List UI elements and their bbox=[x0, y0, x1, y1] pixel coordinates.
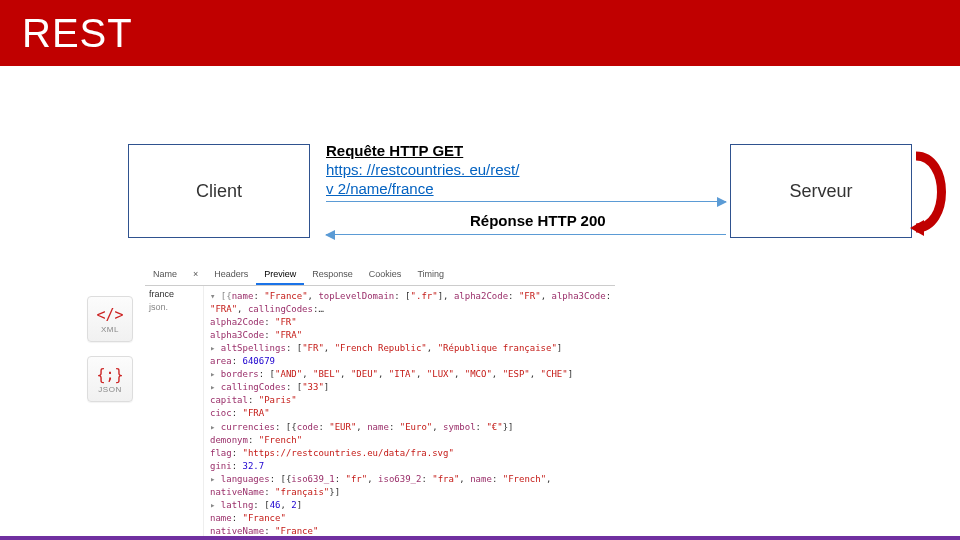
json-file-icon: {;} JSON bbox=[87, 356, 133, 402]
title-bar: REST bbox=[0, 0, 960, 66]
server-box: Serveur bbox=[730, 144, 912, 238]
devtools-tab[interactable]: Timing bbox=[409, 266, 452, 285]
footer-accent bbox=[0, 536, 960, 540]
json-line: capital: "Paris" bbox=[210, 394, 613, 407]
json-line: cioc: "FRA" bbox=[210, 407, 613, 420]
client-box: Client bbox=[128, 144, 310, 238]
devtools-list-item[interactable]: json. bbox=[149, 301, 199, 314]
devtools-tab[interactable]: × bbox=[185, 266, 206, 285]
response-label: Réponse HTTP 200 bbox=[470, 212, 606, 229]
response-arrow bbox=[326, 234, 726, 235]
svg-marker-0 bbox=[910, 220, 924, 236]
client-label: Client bbox=[196, 181, 242, 202]
request-label: Requête HTTP GET bbox=[326, 142, 576, 161]
slide-title: REST bbox=[22, 11, 133, 56]
server-label: Serveur bbox=[789, 181, 852, 202]
json-line: name: "France" bbox=[210, 512, 613, 525]
request-text: Requête HTTP GET https: //restcountries.… bbox=[326, 142, 576, 198]
json-line: ▸ currencies: [{code: "EUR", name: "Euro… bbox=[210, 421, 613, 434]
json-line: flag: "https://restcountries.eu/data/fra… bbox=[210, 447, 613, 460]
request-url-line2[interactable]: v 2/name/france bbox=[326, 180, 576, 199]
json-line: alpha2Code: "FR" bbox=[210, 316, 613, 329]
devtools-tab[interactable]: Name bbox=[145, 266, 185, 285]
server-loop-arrow bbox=[910, 150, 954, 236]
devtools-panel: Name×HeadersPreviewResponseCookiesTiming… bbox=[145, 266, 615, 540]
json-line: area: 640679 bbox=[210, 355, 613, 368]
json-line: demonym: "French" bbox=[210, 434, 613, 447]
json-line: ▸ latlng: [46, 2] bbox=[210, 499, 613, 512]
json-line: ▸ borders: ["AND", "BEL", "DEU", "ITA", … bbox=[210, 368, 613, 381]
devtools-request-list: francejson. bbox=[145, 286, 204, 540]
request-arrow bbox=[326, 201, 726, 202]
devtools-tab[interactable]: Response bbox=[304, 266, 361, 285]
devtools-list-item[interactable]: france bbox=[149, 288, 199, 301]
format-icons: </> XML {;} JSON bbox=[87, 296, 135, 416]
json-line: gini: 32.7 bbox=[210, 460, 613, 473]
devtools-tab[interactable]: Headers bbox=[206, 266, 256, 285]
request-url-line1[interactable]: https: //restcountries. eu/rest/ bbox=[326, 161, 576, 180]
diagram-stage: Client Serveur Requête HTTP GET https: /… bbox=[0, 66, 960, 540]
devtools-tab[interactable]: Preview bbox=[256, 266, 304, 285]
json-line: ▾ [{name: "France", topLevelDomain: [".f… bbox=[210, 290, 613, 316]
xml-file-icon: </> XML bbox=[87, 296, 133, 342]
devtools-tabstrip: Name×HeadersPreviewResponseCookiesTiming bbox=[145, 266, 615, 286]
json-line: ▸ languages: [{iso639_1: "fr", iso639_2:… bbox=[210, 473, 613, 499]
devtools-tab[interactable]: Cookies bbox=[361, 266, 410, 285]
json-line: ▸ altSpellings: ["FR", "French Republic"… bbox=[210, 342, 613, 355]
devtools-json-preview: ▾ [{name: "France", topLevelDomain: [".f… bbox=[204, 286, 615, 540]
json-line: ▸ callingCodes: ["33"] bbox=[210, 381, 613, 394]
json-line: alpha3Code: "FRA" bbox=[210, 329, 613, 342]
